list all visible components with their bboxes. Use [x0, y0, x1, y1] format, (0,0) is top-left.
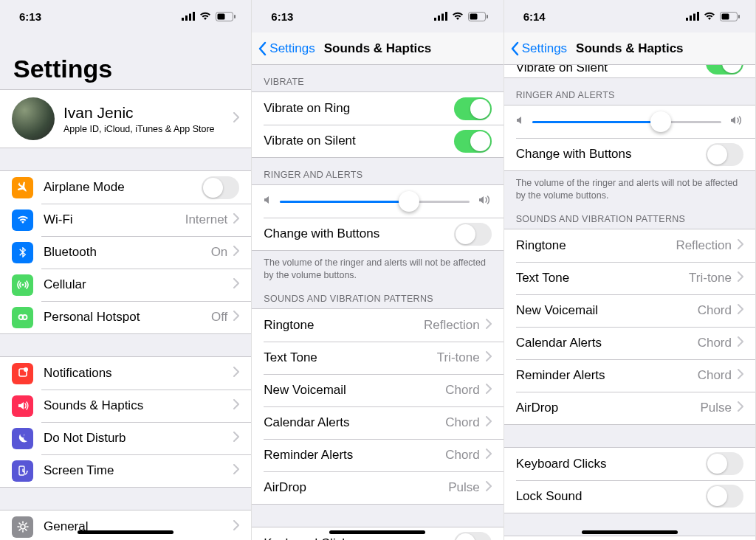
bluetooth-row[interactable]: Bluetooth On — [0, 236, 251, 269]
ringer-slider-row[interactable] — [504, 105, 755, 138]
svg-rect-22 — [438, 15, 440, 21]
reminder-row[interactable]: Reminder Alerts Chord — [252, 439, 503, 471]
texttone-value: Tri-tone — [437, 350, 480, 365]
svg-rect-24 — [445, 12, 447, 21]
status-bar: 6:14 — [504, 0, 755, 32]
change-buttons-toggle[interactable] — [454, 223, 492, 246]
dnd-icon — [12, 428, 33, 449]
texttone-row[interactable]: Text Tone Tri-tone — [252, 342, 503, 374]
calendar-row[interactable]: Calendar Alerts Chord — [252, 406, 503, 439]
ringer-volume-slider[interactable] — [280, 201, 469, 203]
texttone-row[interactable]: Text Tone Tri-tone — [504, 262, 755, 294]
keyboard-clicks-toggle[interactable] — [706, 452, 743, 475]
status-bar: 6:13 — [252, 0, 503, 32]
svg-rect-29 — [690, 15, 692, 21]
ringtone-row[interactable]: Ringtone Reflection — [252, 309, 503, 342]
avatar-icon — [12, 97, 55, 140]
chevron-right-icon — [233, 366, 239, 381]
home-indicator[interactable] — [329, 530, 425, 534]
vibrate-silent-row[interactable]: Vibrate on Silent — [252, 125, 503, 157]
calendar-label: Calendar Alerts — [516, 336, 698, 350]
bluetooth-value: On — [211, 245, 228, 260]
voicemail-value: Chord — [445, 383, 479, 398]
svg-rect-28 — [686, 18, 688, 21]
battery-icon — [216, 12, 236, 21]
cellular-settings-icon — [12, 274, 33, 296]
hotspot-icon — [12, 307, 33, 328]
airdrop-row[interactable]: AirDrop Pulse — [504, 392, 755, 424]
vibrate-silent-peek[interactable]: Vibrate on Silent — [504, 65, 755, 78]
volume-high-icon — [478, 194, 492, 209]
chevron-left-icon — [258, 41, 267, 56]
wifi-icon — [452, 12, 464, 21]
chevron-right-icon — [738, 336, 743, 350]
volume-low-icon — [264, 194, 271, 209]
chevron-right-icon — [233, 245, 239, 260]
change-buttons-row[interactable]: Change with Buttons — [504, 138, 755, 170]
ringtone-label: Ringtone — [264, 318, 424, 333]
calendar-label: Calendar Alerts — [264, 415, 445, 430]
sounds-row[interactable]: Sounds & Haptics — [0, 390, 251, 422]
chevron-right-icon — [233, 398, 239, 413]
change-buttons-row[interactable]: Change with Buttons — [252, 218, 503, 250]
back-button[interactable]: Settings — [504, 41, 567, 56]
screentime-row[interactable]: Screen Time — [0, 454, 251, 487]
ringtone-row[interactable]: Ringtone Reflection — [504, 229, 755, 262]
general-row[interactable]: General — [0, 510, 251, 540]
airplane-toggle[interactable] — [202, 176, 239, 199]
status-time: 6:13 — [271, 10, 293, 23]
vibrate-ring-toggle[interactable] — [454, 97, 492, 120]
svg-rect-5 — [218, 13, 225, 19]
status-indicators — [182, 12, 236, 21]
wifi-row[interactable]: Wi-Fi Internet — [0, 204, 251, 236]
chevron-right-icon — [486, 448, 492, 463]
hotspot-row[interactable]: Personal Hotspot Off — [0, 301, 251, 333]
battery-icon — [468, 12, 489, 21]
vibrate-silent-toggle[interactable] — [454, 130, 492, 153]
lock-sound-toggle[interactable] — [706, 485, 743, 508]
screen-sounds-scrolled: 6:14 Settings Sounds & Haptics Vibrate o… — [504, 0, 756, 540]
vibrate-silent-label: Vibrate on Silent — [516, 65, 608, 75]
airplane-row[interactable]: Airplane Mode — [0, 171, 251, 204]
system-haptics-row[interactable]: System Haptics — [504, 536, 755, 540]
svg-rect-31 — [697, 12, 699, 21]
wifi-value: Internet — [185, 212, 228, 227]
profile-subtitle: Apple ID, iCloud, iTunes & App Store — [63, 124, 233, 134]
reminder-row[interactable]: Reminder Alerts Chord — [504, 359, 755, 392]
svg-point-11 — [24, 367, 28, 372]
home-indicator[interactable] — [582, 530, 678, 534]
home-indicator[interactable] — [78, 530, 173, 534]
sounds-scroll[interactable]: Vibrate on Silent RINGER AND ALERTS Chan… — [504, 65, 755, 540]
back-button[interactable]: Settings — [252, 41, 315, 56]
calendar-row[interactable]: Calendar Alerts Chord — [504, 327, 755, 359]
settings-scroll[interactable]: Ivan Jenic Apple ID, iCloud, iTunes & Ap… — [0, 89, 251, 540]
notifications-row[interactable]: Notifications — [0, 357, 251, 390]
chevron-right-icon — [738, 401, 743, 415]
back-label: Settings — [522, 41, 567, 56]
status-indicators — [434, 12, 489, 21]
sounds-icon — [12, 395, 33, 417]
notifications-label: Notifications — [44, 366, 233, 381]
lock-sound-row[interactable]: Lock Sound — [504, 480, 755, 513]
notifications-icon — [12, 363, 33, 384]
voicemail-row[interactable]: New Voicemail Chord — [504, 294, 755, 327]
vibrate-silent-toggle[interactable] — [706, 65, 743, 75]
texttone-label: Text Tone — [264, 350, 436, 365]
chevron-right-icon — [738, 368, 743, 383]
keyboard-clicks-toggle[interactable] — [454, 532, 492, 540]
voicemail-row[interactable]: New Voicemail Chord — [252, 374, 503, 406]
cellular-row[interactable]: Cellular — [0, 269, 251, 301]
profile-row[interactable]: Ivan Jenic Apple ID, iCloud, iTunes & Ap… — [0, 90, 251, 148]
bluetooth-label: Bluetooth — [44, 245, 211, 260]
sounds-scroll[interactable]: VIBRATE Vibrate on Ring Vibrate on Silen… — [252, 65, 503, 540]
status-time: 6:13 — [19, 10, 41, 23]
vibrate-ring-row[interactable]: Vibrate on Ring — [252, 92, 503, 125]
calendar-value: Chord — [698, 336, 732, 350]
ringer-volume-slider[interactable] — [532, 121, 721, 123]
chevron-right-icon — [738, 271, 743, 285]
keyboard-clicks-row[interactable]: Keyboard Clicks — [504, 448, 755, 480]
ringer-slider-row[interactable] — [252, 185, 503, 218]
dnd-row[interactable]: Do Not Disturb — [0, 422, 251, 454]
airdrop-row[interactable]: AirDrop Pulse — [252, 471, 503, 504]
change-buttons-toggle[interactable] — [706, 143, 743, 166]
